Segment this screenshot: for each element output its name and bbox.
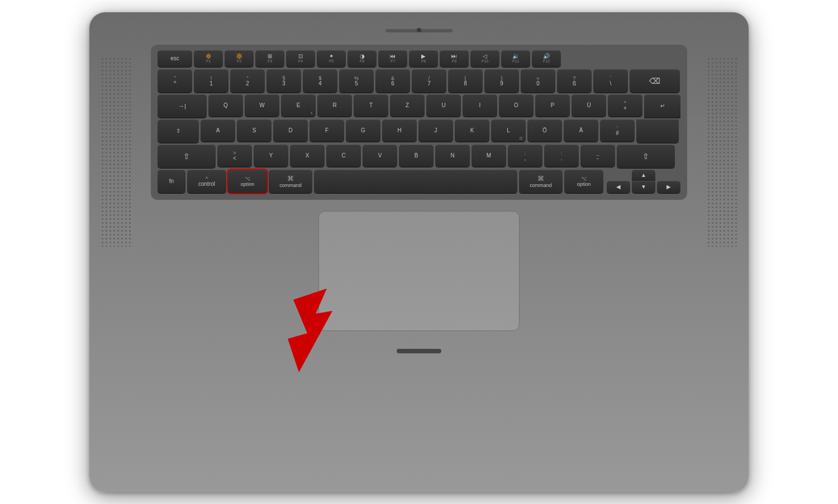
key-arrow-down[interactable]: ▼ (632, 181, 655, 193)
key-r[interactable]: R (317, 94, 352, 117)
key-f[interactable]: F (310, 119, 344, 142)
key-0[interactable]: = 0 (521, 69, 555, 93)
key-g[interactable]: G (346, 119, 380, 142)
key-f11[interactable]: 🔉 F11 (501, 50, 530, 67)
key-arrow-right[interactable]: ▶ (657, 181, 680, 193)
key-c[interactable]: C (326, 145, 361, 167)
command-right-label: command (530, 183, 552, 188)
key-f1[interactable]: 🔅 F1 (194, 50, 223, 67)
key-angle[interactable]: > < (217, 145, 252, 167)
keyboard: esc 🔅 F1 🔆 F2 ⊞ F3 ⊡ F4 (151, 45, 687, 200)
number-row: ° ^ ! 1 " 2 § 3 $ 4 (158, 69, 680, 93)
key-arrow-up[interactable]: ▲ (632, 170, 655, 181)
key-6[interactable]: & 6 (375, 69, 410, 93)
key-ae[interactable]: Ä (564, 119, 598, 142)
key-e[interactable]: E € (281, 94, 316, 117)
key-5[interactable]: % 5 (339, 69, 374, 93)
speaker-right (707, 57, 737, 247)
key-hash[interactable]: ' # (600, 119, 635, 142)
key-v[interactable]: V (363, 145, 397, 167)
bottom-row: fn ^ control ⌥ option ⌘ command ⌘ (158, 170, 680, 193)
key-l[interactable]: L @ (491, 119, 526, 142)
key-z[interactable]: Z (390, 94, 425, 117)
key-h[interactable]: H (382, 119, 417, 142)
key-3[interactable]: § 3 (266, 69, 301, 93)
key-dash[interactable]: _ - (580, 145, 615, 167)
speaker-left (101, 57, 131, 247)
key-rshift[interactable]: ⇧ (617, 145, 675, 168)
key-arrow-left[interactable]: ◀ (607, 181, 630, 193)
key-b[interactable]: B (399, 145, 434, 167)
key-n[interactable]: N (435, 145, 470, 167)
macbook-laptop: esc 🔅 F1 🔆 F2 ⊞ F3 ⊡ F4 (89, 12, 749, 492)
key-f10[interactable]: ◁ F10 (470, 50, 499, 67)
camera (417, 28, 421, 32)
key-backspace[interactable]: ⌫ (630, 69, 680, 93)
key-fn[interactable]: fn (158, 170, 185, 193)
key-k[interactable]: K (455, 119, 489, 142)
esc-label: esc (170, 56, 179, 61)
key-option-left[interactable]: ⌥ option (228, 170, 267, 193)
key-f12[interactable]: 🔊 F12 (532, 50, 561, 67)
key-2[interactable]: " 2 (230, 69, 265, 93)
option-left-label: option (241, 181, 255, 187)
key-f7[interactable]: ⏮ F7 (378, 50, 407, 67)
key-4[interactable]: $ 4 (303, 69, 337, 93)
key-enter[interactable]: ↵ (644, 94, 680, 118)
key-f9[interactable]: ⏭ F9 (440, 50, 469, 67)
key-enter-bottom-ext (636, 119, 679, 143)
key-command-right[interactable]: ⌘ command (519, 170, 563, 193)
key-tab[interactable]: →| (158, 94, 207, 118)
key-caret[interactable]: ° ^ (158, 69, 192, 93)
key-j[interactable]: J (418, 119, 453, 142)
key-enter-top: ↵ (644, 94, 680, 118)
key-command-left[interactable]: ⌘ command (269, 170, 312, 193)
key-a[interactable]: A (201, 119, 235, 142)
key-p[interactable]: P (535, 94, 570, 117)
command-left-label: command (279, 183, 302, 188)
key-q[interactable]: Q (208, 94, 243, 117)
top-bar (99, 22, 739, 38)
key-space[interactable] (314, 170, 517, 193)
key-f4[interactable]: ⊡ F4 (286, 50, 315, 67)
key-esc[interactable]: esc (158, 50, 192, 67)
fn-label: fn (169, 179, 174, 184)
key-option-right[interactable]: ⌥ option (564, 170, 603, 193)
key-control[interactable]: ^ control (187, 170, 226, 193)
key-accent[interactable]: ` \ (593, 69, 628, 93)
asdf-row: ⇪ A S D F G H J K L @ Ö Ä ' # (158, 119, 680, 143)
key-i[interactable]: I (463, 94, 497, 117)
key-x[interactable]: X (290, 145, 325, 167)
key-caps[interactable]: ⇪ (158, 119, 199, 143)
key-m[interactable]: M (472, 145, 506, 167)
option-right-label: option (577, 181, 591, 187)
key-d[interactable]: D (273, 119, 308, 142)
key-comma[interactable]: ; , (508, 145, 542, 167)
trackpad[interactable] (318, 211, 520, 331)
key-lshift[interactable]: ⇧ (158, 145, 216, 168)
key-u[interactable]: U (426, 94, 461, 117)
key-f8[interactable]: ▶ F8 (409, 50, 438, 67)
key-8[interactable]: ( 8 (448, 69, 483, 93)
key-ue[interactable]: Ü (572, 94, 606, 117)
speaker-dots-right (707, 57, 737, 247)
function-row: esc 🔅 F1 🔆 F2 ⊞ F3 ⊡ F4 (158, 50, 680, 67)
yxcv-row: ⇧ > < Y X C V B N M ; , : . (158, 145, 680, 168)
control-label: control (198, 181, 215, 187)
key-oe[interactable]: Ö (527, 119, 562, 142)
key-9[interactable]: ) 9 (484, 69, 519, 93)
key-plus[interactable]: * + (608, 94, 642, 117)
key-period[interactable]: : . (544, 145, 579, 167)
key-f3[interactable]: ⊞ F3 (255, 50, 284, 67)
key-o[interactable]: O (499, 94, 534, 117)
key-t[interactable]: T (354, 94, 388, 117)
key-f2[interactable]: 🔆 F2 (225, 50, 254, 67)
key-f5[interactable]: ✦ F5 (317, 50, 346, 67)
key-7[interactable]: / 7 (412, 69, 446, 93)
key-w[interactable]: W (245, 94, 279, 117)
key-y[interactable]: Y (254, 145, 288, 167)
key-s[interactable]: S (237, 119, 272, 142)
key-1[interactable]: ! 1 (194, 69, 228, 93)
key-ss[interactable]: ? ß (557, 69, 592, 93)
key-f6[interactable]: ◑ F6 (347, 50, 377, 67)
